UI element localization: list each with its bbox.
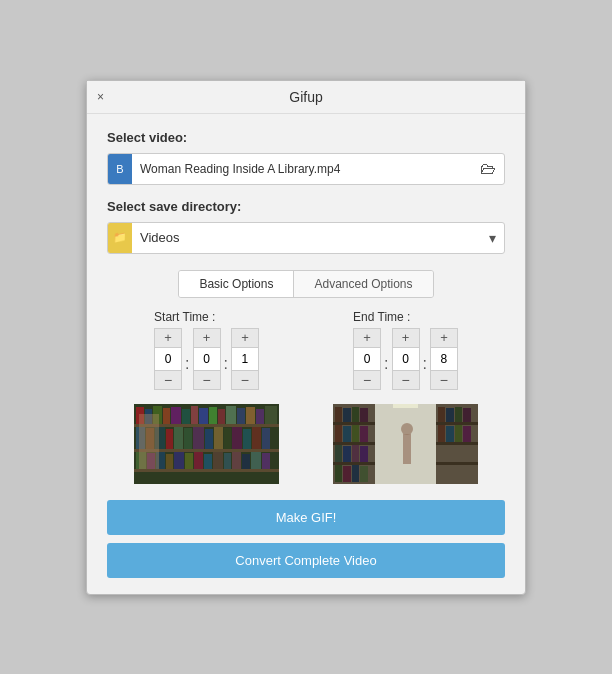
start-hours-increment[interactable]: + bbox=[154, 328, 182, 348]
svg-rect-43 bbox=[232, 452, 241, 469]
svg-rect-71 bbox=[436, 422, 478, 425]
file-input-row: B Woman Reading Inside A Library.mp4 🗁 bbox=[107, 153, 505, 185]
end-minutes-value: 0 bbox=[392, 348, 420, 370]
preview-images bbox=[107, 404, 505, 484]
start-seconds-spinner: + 1 − bbox=[231, 328, 259, 390]
start-hours-spinner: + 0 − bbox=[154, 328, 182, 390]
title-bar: × Gifup bbox=[87, 81, 525, 114]
end-preview-image bbox=[333, 404, 478, 484]
tab-advanced-options[interactable]: Advanced Options bbox=[294, 271, 432, 297]
svg-rect-81 bbox=[463, 426, 471, 442]
start-seconds-decrement[interactable]: − bbox=[231, 370, 259, 390]
end-preview-svg bbox=[333, 404, 478, 484]
start-minutes-decrement[interactable]: − bbox=[193, 370, 221, 390]
svg-rect-51 bbox=[333, 422, 375, 425]
browse-file-button[interactable]: 🗁 bbox=[472, 156, 504, 182]
svg-rect-29 bbox=[232, 427, 242, 449]
start-hours-value: 0 bbox=[154, 348, 182, 370]
svg-rect-47 bbox=[139, 414, 159, 469]
svg-rect-74 bbox=[438, 407, 445, 422]
time-section: Start Time : + 0 − : + 0 − : bbox=[107, 310, 505, 390]
svg-rect-67 bbox=[343, 466, 351, 482]
svg-rect-3 bbox=[134, 469, 279, 472]
svg-rect-36 bbox=[166, 454, 173, 469]
start-time-label: Start Time : bbox=[154, 310, 215, 324]
svg-rect-57 bbox=[360, 408, 368, 422]
svg-rect-61 bbox=[360, 426, 368, 442]
svg-rect-54 bbox=[335, 407, 342, 422]
svg-rect-7 bbox=[163, 408, 170, 424]
svg-rect-12 bbox=[209, 407, 217, 424]
start-hours-decrement[interactable]: − bbox=[154, 370, 182, 390]
main-dialog: × Gifup Select video: B Woman Reading In… bbox=[86, 80, 526, 595]
file-type-icon: B bbox=[108, 154, 132, 184]
svg-rect-37 bbox=[174, 452, 184, 469]
end-seconds-value: 8 bbox=[430, 348, 458, 370]
dropdown-arrow-icon: ▾ bbox=[481, 226, 504, 250]
convert-complete-button[interactable]: Convert Complete Video bbox=[107, 543, 505, 578]
svg-rect-44 bbox=[242, 454, 250, 469]
svg-rect-22 bbox=[166, 429, 173, 449]
svg-rect-31 bbox=[252, 427, 261, 449]
svg-rect-41 bbox=[213, 452, 223, 469]
svg-rect-52 bbox=[333, 442, 375, 445]
colon-4: : bbox=[423, 355, 427, 373]
svg-rect-11 bbox=[199, 408, 208, 424]
svg-rect-28 bbox=[224, 428, 231, 449]
svg-rect-40 bbox=[204, 454, 212, 469]
end-hours-spinner: + 0 − bbox=[353, 328, 381, 390]
svg-rect-77 bbox=[463, 408, 471, 422]
svg-rect-82 bbox=[393, 404, 418, 408]
directory-icon: 📁 bbox=[108, 223, 132, 253]
end-minutes-increment[interactable]: + bbox=[392, 328, 420, 348]
svg-rect-39 bbox=[194, 452, 203, 469]
svg-rect-17 bbox=[256, 409, 264, 424]
svg-rect-9 bbox=[182, 409, 190, 424]
tab-basic-options[interactable]: Basic Options bbox=[179, 271, 294, 297]
start-time-spinners: + 0 − : + 0 − : + 1 bbox=[154, 328, 259, 390]
svg-rect-8 bbox=[171, 407, 181, 424]
close-button[interactable]: × bbox=[97, 90, 104, 104]
make-gif-button[interactable]: Make GIF! bbox=[107, 500, 505, 535]
svg-rect-18 bbox=[265, 406, 277, 424]
dialog-content: Select video: B Woman Reading Inside A L… bbox=[87, 114, 525, 594]
end-seconds-decrement[interactable]: − bbox=[430, 370, 458, 390]
start-minutes-value: 0 bbox=[193, 348, 221, 370]
directory-row[interactable]: 📁 Videos ▾ bbox=[107, 222, 505, 254]
svg-rect-46 bbox=[262, 453, 270, 469]
svg-rect-10 bbox=[191, 406, 198, 424]
svg-rect-62 bbox=[335, 445, 342, 462]
start-seconds-value: 1 bbox=[231, 348, 259, 370]
svg-rect-30 bbox=[243, 429, 251, 449]
end-minutes-decrement[interactable]: − bbox=[392, 370, 420, 390]
svg-rect-14 bbox=[226, 406, 236, 424]
svg-rect-55 bbox=[343, 408, 351, 422]
svg-rect-66 bbox=[335, 465, 342, 482]
start-seconds-increment[interactable]: + bbox=[231, 328, 259, 348]
end-hours-increment[interactable]: + bbox=[353, 328, 381, 348]
start-minutes-spinner: + 0 − bbox=[193, 328, 221, 390]
colon-3: : bbox=[384, 355, 388, 373]
end-time-control: End Time : + 0 − : + 0 − : bbox=[353, 310, 458, 390]
start-preview-svg bbox=[134, 404, 279, 484]
start-minutes-increment[interactable]: + bbox=[193, 328, 221, 348]
directory-name: Videos bbox=[132, 224, 481, 251]
svg-rect-60 bbox=[352, 425, 359, 442]
end-hours-value: 0 bbox=[353, 348, 381, 370]
svg-rect-15 bbox=[237, 408, 245, 424]
colon-1: : bbox=[185, 355, 189, 373]
svg-rect-63 bbox=[343, 446, 351, 462]
svg-rect-73 bbox=[436, 462, 478, 465]
svg-rect-59 bbox=[343, 426, 351, 442]
end-seconds-increment[interactable]: + bbox=[430, 328, 458, 348]
end-minutes-spinner: + 0 − bbox=[392, 328, 420, 390]
svg-rect-79 bbox=[446, 426, 454, 442]
svg-rect-23 bbox=[174, 427, 183, 449]
end-time-spinners: + 0 − : + 0 − : + 8 bbox=[353, 328, 458, 390]
end-time-label: End Time : bbox=[353, 310, 410, 324]
svg-point-84 bbox=[401, 423, 413, 435]
svg-rect-65 bbox=[360, 446, 368, 462]
svg-rect-75 bbox=[446, 408, 454, 422]
end-hours-decrement[interactable]: − bbox=[353, 370, 381, 390]
select-video-label: Select video: bbox=[107, 130, 505, 145]
